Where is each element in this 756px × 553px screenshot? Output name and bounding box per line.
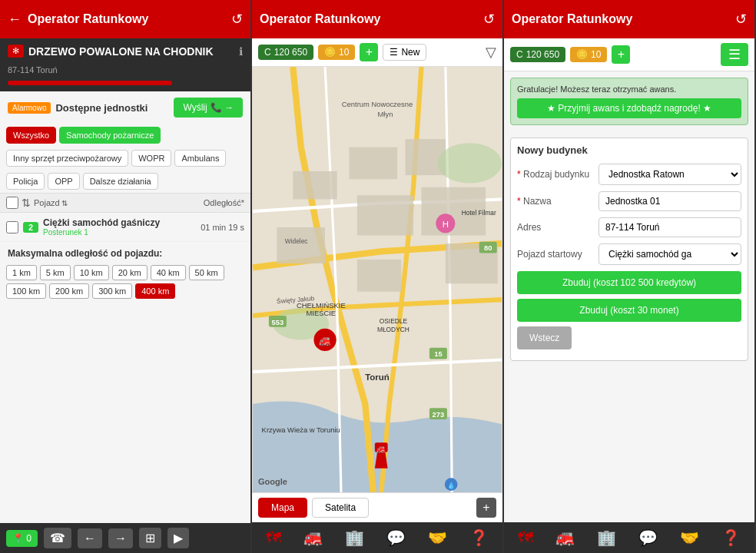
map-filter-btn[interactable]: ▽ <box>486 44 496 61</box>
p3-nav-map-icon[interactable]: 🗺 <box>513 528 538 548</box>
label-address-text: Adres <box>517 222 541 233</box>
p3-nav-chat-icon[interactable]: 💬 <box>634 527 662 548</box>
nav-fire-icon[interactable]: 🚒 <box>299 527 327 548</box>
form-label-address: Adres <box>517 222 594 233</box>
required-star-type: * <box>517 169 521 180</box>
building-form: Nowy budynek * Rodzaj budynku Jednostka … <box>510 137 748 361</box>
filter-further[interactable]: Dalsze działania <box>83 173 158 190</box>
promo-text: Gratulacje! Możesz teraz otrzymać awans. <box>517 84 741 94</box>
dist-50km[interactable]: 50 km <box>189 265 224 280</box>
filter-wopr[interactable]: WOPR <box>131 150 171 167</box>
p3-nav-help-icon[interactable]: ❓ <box>717 527 745 548</box>
nav-phone-btn[interactable]: ☎ <box>44 528 71 548</box>
col-vehicle-header[interactable]: Pojazd ⇅ <box>34 198 180 207</box>
dist-400km[interactable]: 400 km <box>135 283 175 299</box>
incident-progress-bar-container <box>0 78 250 91</box>
nav-map-icon[interactable]: 🗺 <box>261 528 286 548</box>
filter-fire-trucks[interactable]: Samochody pożarnicze <box>59 127 161 144</box>
vehicle-checkbox[interactable] <box>6 221 18 233</box>
nav-building-icon[interactable]: 🏢 <box>340 527 369 548</box>
dist-20km[interactable]: 20 km <box>112 265 148 280</box>
p3-nav-fire-icon[interactable]: 🚒 <box>551 527 579 548</box>
col-distance-header[interactable]: Odległość* <box>183 198 244 207</box>
map-toolbar: C 120 650 🪙 10 + ☰ New ▽ <box>252 38 502 67</box>
refresh-icon-p3[interactable]: ↺ <box>735 11 747 28</box>
vehicle-select[interactable]: Ciężki samochód ga <box>598 243 741 265</box>
nav-handshake-icon[interactable]: 🤝 <box>423 527 452 548</box>
dist-5km[interactable]: 5 km <box>40 265 71 280</box>
svg-rect-8 <box>357 260 401 292</box>
filter-ambulance[interactable]: Ambulans <box>174 150 226 167</box>
building-type-select[interactable]: Jednostka Ratown <box>598 164 741 185</box>
vehicle-time: 01 min 19 s <box>201 223 244 232</box>
promo-box: Gratulacje! Możesz teraz otrzymać awans.… <box>510 78 748 125</box>
info-icon[interactable]: ℹ <box>239 45 243 58</box>
tab-mapa[interactable]: Mapa <box>258 498 307 518</box>
build-credits-btn[interactable]: Zbuduj (koszt 102 500 kredytów) <box>517 271 741 294</box>
panel1-bottom-nav: 📍 0 ☎ ← → ⊞ ▶ <box>0 523 250 553</box>
dist-10km[interactable]: 10 km <box>74 265 109 280</box>
select-all-checkbox[interactable] <box>6 197 18 209</box>
google-logo: Google <box>258 477 287 486</box>
nav-back-btn[interactable]: ← <box>78 528 102 548</box>
svg-rect-6 <box>277 227 325 263</box>
units-title: Dostępne jednostki <box>55 102 148 114</box>
svg-text:💧: 💧 <box>447 482 456 490</box>
p3-nav-building-icon[interactable]: 🏢 <box>592 527 621 548</box>
list-icon: ☰ <box>390 47 398 58</box>
name-input[interactable] <box>598 191 741 211</box>
address-input[interactable] <box>598 217 741 237</box>
dist-100km[interactable]: 100 km <box>6 283 46 299</box>
table-header: ⇅ Pojazd ⇅ Odległość* <box>0 193 250 213</box>
phone-icon: 📞 → <box>211 102 234 113</box>
filter-row-1: Wszystko Samochody pożarnicze <box>0 124 250 147</box>
svg-text:H: H <box>443 220 449 229</box>
nav-forward-btn[interactable]: → <box>108 528 133 548</box>
nav-play-btn[interactable]: ▶ <box>167 528 189 548</box>
form-title: Nowy budynek <box>517 144 741 156</box>
coins-value: 120 650 <box>274 47 307 58</box>
filter-all[interactable]: Wszystko <box>6 127 56 144</box>
required-star-name: * <box>517 196 521 207</box>
map-container[interactable]: Centrum Nowoczesne Młyn Widelec Święty J… <box>252 67 502 492</box>
form-label-type: * Rodzaj budynku <box>517 169 594 180</box>
build-coins-btn[interactable]: Zbuduj (koszt 30 monet) <box>517 299 741 322</box>
nav-grid-btn[interactable]: ⊞ <box>139 528 161 548</box>
form-row-name: * Nazwa <box>517 191 741 211</box>
p3-add-coins-btn[interactable]: + <box>612 45 630 64</box>
nav-chat-icon[interactable]: 💬 <box>382 527 410 548</box>
refresh-icon-p1[interactable]: ↺ <box>231 11 243 28</box>
nav-location-btn[interactable]: 📍 0 <box>6 530 38 547</box>
back-icon[interactable]: ← <box>8 12 22 28</box>
promo-button[interactable]: ★ Przyjmij awans i zdobądź nagrodę! ★ <box>517 98 741 118</box>
svg-rect-4 <box>357 195 413 235</box>
nav-help-icon[interactable]: ❓ <box>465 527 493 548</box>
p3-gold-badge: 🪙 10 <box>570 47 607 62</box>
dist-1km[interactable]: 1 km <box>6 265 37 280</box>
svg-text:Młyn: Młyn <box>378 110 393 118</box>
vehicle-info: Ciężki samochód gaśniczy Posterunek 1 <box>43 217 196 237</box>
svg-text:🚒: 🚒 <box>376 445 386 454</box>
map-zoom-plus[interactable]: + <box>476 498 496 518</box>
send-button[interactable]: Wyślij 📞 → <box>174 98 243 118</box>
filter-police[interactable]: Policja <box>6 173 45 190</box>
dist-300km[interactable]: 300 km <box>92 283 132 299</box>
dist-200km[interactable]: 200 km <box>49 283 89 299</box>
panel1-header: ← Operator Ratunkowy ↺ <box>0 0 250 38</box>
panel2-header: Operator Ratunkowy ↺ <box>252 0 502 38</box>
p3-menu-btn[interactable]: ☰ <box>721 43 748 66</box>
filter-opp[interactable]: OPP <box>48 173 79 190</box>
map-svg: Centrum Nowoczesne Młyn Widelec Święty J… <box>252 67 502 492</box>
alarm-badge-units: Alarmowo <box>8 102 51 114</box>
tab-satelita[interactable]: Satelita <box>312 498 369 518</box>
dist-40km[interactable]: 40 km <box>151 265 186 280</box>
panel3-bottom-nav: 🗺 🚒 🏢 💬 🤝 ❓ <box>504 522 754 553</box>
refresh-icon-p2[interactable]: ↺ <box>483 11 495 28</box>
p3-nav-handshake-icon[interactable]: 🤝 <box>675 527 704 548</box>
filter-other-fire[interactable]: Inny sprzęt przeciwpożarowy <box>6 150 128 167</box>
back-btn[interactable]: Wstecz <box>517 326 572 349</box>
gold-badge: 🪙 10 <box>318 45 355 60</box>
add-coins-btn[interactable]: + <box>360 43 378 61</box>
p3-gold-icon: 🪙 <box>576 49 588 60</box>
sort-icon: ⇅ <box>22 197 31 209</box>
